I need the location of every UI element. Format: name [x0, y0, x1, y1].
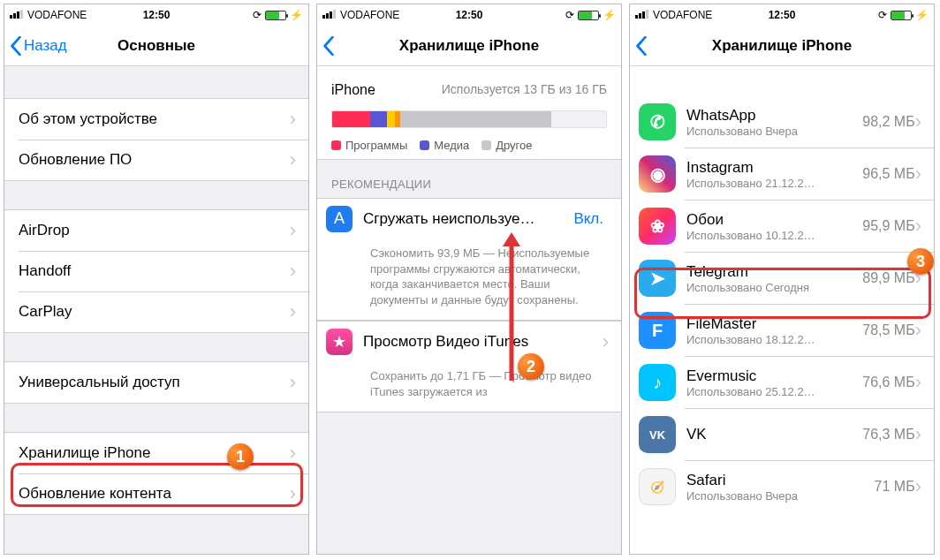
app-size: 76,3 МБ: [862, 427, 914, 443]
appstore-icon: A: [326, 206, 352, 232]
page-title: Хранилище iPhone: [630, 37, 934, 55]
chevron-right-icon: ›: [290, 443, 296, 463]
row-background-refresh[interactable]: Обновление контента›: [4, 473, 308, 514]
itunes-icon: ★: [326, 329, 352, 355]
label: Универсальный доступ: [19, 374, 180, 391]
page-title: Хранилище iPhone: [317, 37, 621, 55]
chevron-right-icon: ›: [290, 261, 296, 281]
step-badge-2: 2: [518, 353, 544, 380]
row-handoff[interactable]: Handoff›: [4, 251, 308, 291]
app-sub: Использовано 10.12.2…: [686, 229, 855, 242]
status-bar: VODAFONE 12:50 ⟳⚡: [317, 4, 621, 26]
row-about[interactable]: Об этом устройстве›: [4, 99, 308, 140]
label: Об этом устройстве: [19, 110, 157, 128]
device-label: iPhone: [331, 82, 375, 98]
app-sub: Использовано 21.12.2…: [686, 177, 855, 190]
storage-bar: [331, 110, 607, 128]
chevron-right-icon: ›: [915, 321, 921, 340]
app-name: VK: [686, 426, 855, 443]
label: Обновление ПО: [19, 151, 132, 169]
app-size: 76,6 МБ: [862, 375, 914, 390]
storage-summary: iPhoneИспользуется 13 ГБ из 16 ГБ Програ…: [317, 66, 621, 160]
phone-settings-general: VODAFONE 12:50 ⟳⚡ Назад Основные Об этом…: [4, 4, 309, 555]
apps-list[interactable]: ✆WhatsAppИспользовано Вчера98,2 МБ›◉Inst…: [630, 66, 934, 554]
section-recommendations: РЕКОМЕНДАЦИИ: [317, 160, 621, 198]
label: AirDrop: [19, 222, 70, 239]
row-accessibility[interactable]: Универсальный доступ›: [4, 362, 308, 403]
step-badge-3: 3: [907, 248, 934, 275]
chevron-right-icon: ›: [915, 164, 921, 184]
label: CarPlay: [19, 303, 72, 321]
status-bar: VODAFONE 12:50 ⟳⚡: [630, 4, 934, 26]
row-airdrop[interactable]: AirDrop›: [4, 210, 308, 251]
app-icon: ❀: [639, 208, 676, 245]
app-name: Safari: [686, 472, 868, 489]
app-name: WhatsApp: [686, 107, 855, 125]
row-software-update[interactable]: Обновление ПО›: [4, 140, 308, 180]
app-row-обои[interactable]: ❀ОбоиИспользовано 10.12.2…95,9 МБ›: [630, 201, 934, 252]
nav-bar: Хранилище iPhone: [630, 26, 934, 66]
app-row-vk[interactable]: VKVK76,3 МБ›: [630, 409, 934, 460]
chevron-right-icon: ›: [915, 216, 921, 236]
storage-scroll[interactable]: iPhoneИспользуется 13 ГБ из 16 ГБ Програ…: [317, 66, 621, 554]
row-itunes-video[interactable]: ★ Просмотр Видео iTunes ›: [317, 321, 621, 361]
app-sub: Использовано 18.12.2…: [686, 333, 855, 346]
label: Сгружать неиспользуе…: [363, 210, 573, 228]
step-badge-1: 1: [227, 443, 254, 470]
clock: 12:50: [630, 9, 934, 21]
settings-list[interactable]: Об этом устройстве› Обновление ПО› AirDr…: [4, 66, 308, 554]
legend-programs: Программы: [331, 139, 407, 152]
offload-description: Сэкономить 93,9 МБ — Неиспользуемые прог…: [317, 238, 621, 321]
state-label: Вкл.: [573, 210, 603, 228]
chevron-right-icon: ›: [290, 302, 296, 322]
app-name: Instagram: [686, 159, 855, 177]
app-row-instagram[interactable]: ◉InstagramИспользовано 21.12.2…96,5 МБ›: [630, 148, 934, 200]
chevron-right-icon: ›: [290, 373, 296, 392]
phone-storage-overview: VODAFONE 12:50 ⟳⚡ Хранилище iPhone iPhon…: [316, 4, 622, 555]
app-sub: Использовано 25.12.2…: [686, 385, 855, 398]
chevron-right-icon: ›: [915, 477, 921, 496]
label: Handoff: [19, 262, 71, 280]
status-bar: VODAFONE 12:50 ⟳⚡: [4, 4, 308, 26]
storage-legend: Программы Медиа Другое: [331, 139, 607, 152]
label: Обновление контента: [19, 485, 171, 503]
app-row-whatsapp[interactable]: ✆WhatsAppИспользовано Вчера98,2 МБ›: [630, 96, 934, 148]
app-name: FileMaster: [686, 315, 855, 333]
nav-bar: Назад Основные: [4, 26, 308, 66]
app-size: 95,9 МБ: [862, 218, 914, 234]
label: Просмотр Видео iTunes: [363, 333, 528, 351]
app-icon: VK: [639, 416, 676, 453]
row-carplay[interactable]: CarPlay›: [4, 291, 308, 332]
chevron-right-icon: ›: [290, 150, 296, 170]
app-row-evermusic[interactable]: ♪EvermusicИспользовано 25.12.2…76,6 МБ›: [630, 357, 934, 408]
app-icon: F: [639, 312, 676, 349]
row-offload-apps[interactable]: A Сгружать неиспользуе… Вкл.: [317, 198, 621, 238]
label: Хранилище iPhone: [19, 444, 150, 462]
app-size: 71 МБ: [875, 479, 915, 495]
app-name: Обои: [686, 211, 855, 229]
chevron-right-icon: ›: [915, 373, 921, 392]
nav-bar: Хранилище iPhone: [317, 26, 621, 66]
app-size: 78,5 МБ: [862, 322, 914, 338]
app-size: 98,2 МБ: [862, 114, 914, 130]
chevron-right-icon: ›: [915, 112, 921, 132]
app-row-filemaster[interactable]: FFileMasterИспользовано 18.12.2…78,5 МБ›: [630, 305, 934, 356]
battery-icon: [578, 11, 599, 20]
itunes-description: Сохранить до 1,71 ГБ — Просмотр видео iT…: [317, 361, 621, 412]
usage-label: Используется 13 ГБ из 16 ГБ: [442, 82, 607, 98]
app-icon: ◉: [639, 155, 676, 193]
row-iphone-storage[interactable]: Хранилище iPhone›: [4, 433, 308, 473]
clock: 12:50: [4, 9, 308, 21]
legend-media: Медиа: [420, 139, 469, 152]
app-row-safari[interactable]: 🧭SafariИспользовано Вчера71 МБ›: [630, 461, 934, 512]
legend-other: Другое: [481, 139, 532, 152]
clock: 12:50: [317, 9, 621, 21]
app-sub: Использовано Вчера: [686, 125, 855, 138]
app-row-telegram[interactable]: ➤TelegramИспользовано Сегодня89,9 МБ›: [630, 253, 934, 304]
app-icon: ✆: [639, 103, 676, 140]
chevron-right-icon: ›: [290, 221, 296, 240]
app-sub: Использовано Вчера: [686, 489, 868, 503]
battery-icon: [265, 11, 286, 20]
app-size: 89,9 МБ: [862, 270, 914, 286]
page-title: Основные: [4, 37, 308, 55]
